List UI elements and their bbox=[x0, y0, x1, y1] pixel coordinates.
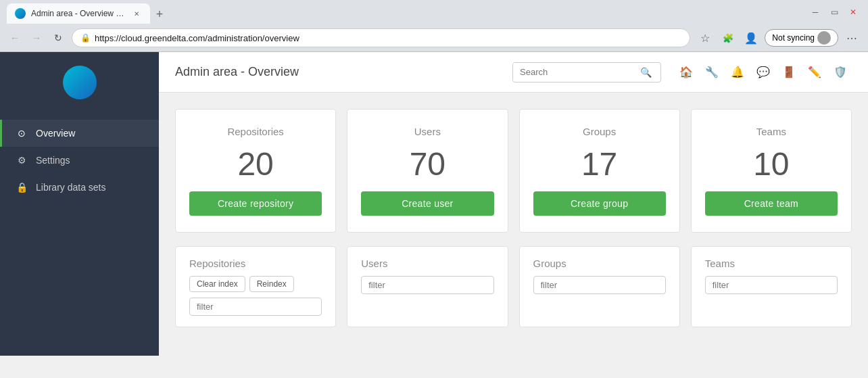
card-count-users: 70 bbox=[410, 148, 445, 181]
reload-button[interactable]: ↻ bbox=[50, 30, 66, 46]
signout-icon[interactable]: 🚪 bbox=[777, 61, 800, 84]
close-button[interactable]: ✕ bbox=[845, 4, 861, 20]
maximize-button[interactable]: ▭ bbox=[826, 4, 842, 20]
active-tab[interactable]: Admin area - Overview | LCA Co... ✕ bbox=[7, 3, 150, 24]
sidebar-logo bbox=[0, 52, 159, 113]
comment-icon[interactable]: 💬 bbox=[752, 61, 775, 84]
sidebar-item-label-settings: Settings bbox=[36, 155, 70, 166]
create-repository-button[interactable]: Create repository bbox=[189, 191, 322, 216]
toolbar-right: ☆ 🧩 👤 Not syncing ⋯ bbox=[696, 28, 861, 47]
bottom-card-teams: Teams bbox=[691, 246, 852, 327]
search-button[interactable]: 🔍 bbox=[635, 63, 657, 82]
create-group-button[interactable]: Create group bbox=[533, 191, 666, 216]
sidebar-nav: ⊙ Overview ⚙ Settings 🔒 Library data set… bbox=[0, 120, 159, 201]
create-user-button[interactable]: Create user bbox=[361, 191, 493, 216]
sidebar-item-settings[interactable]: ⚙ Settings bbox=[0, 147, 159, 174]
edit-icon[interactable]: ✏️ bbox=[803, 61, 826, 84]
teams-filter-input[interactable] bbox=[705, 276, 838, 294]
stats-cards: Repositories 20 Create repository Users … bbox=[175, 109, 852, 233]
main-content: Admin area - Overview 🔍 🏠 🔧 🔔 💬 🚪 ✏️ 🛡️ … bbox=[159, 52, 868, 356]
new-tab-button[interactable]: + bbox=[150, 5, 169, 24]
profile-avatar bbox=[817, 31, 831, 45]
clear-index-button[interactable]: Clear index bbox=[189, 276, 245, 292]
tab-close-button[interactable]: ✕ bbox=[131, 8, 142, 19]
header-icons: 🏠 🔧 🔔 💬 🚪 ✏️ 🛡️ bbox=[675, 61, 852, 84]
search-box: 🔍 bbox=[512, 62, 661, 82]
menu-button[interactable]: ⋯ bbox=[842, 28, 861, 47]
reindex-button[interactable]: Reindex bbox=[249, 276, 294, 292]
address-bar: ← → ↻ 🔒 https://cloud.greendelta.com/adm… bbox=[0, 24, 868, 51]
library-icon: 🔒 bbox=[16, 182, 28, 193]
card-teams: Teams 10 Create team bbox=[691, 109, 852, 233]
tab-title: Admin area - Overview | LCA Co... bbox=[31, 9, 126, 18]
bottom-card-repositories: Repositories Clear index Reindex bbox=[175, 246, 336, 327]
sidebar: ⊙ Overview ⚙ Settings 🔒 Library data set… bbox=[0, 52, 159, 356]
bottom-title-repositories: Repositories bbox=[189, 258, 322, 269]
main-header: Admin area - Overview 🔍 🏠 🔧 🔔 💬 🚪 ✏️ 🛡️ bbox=[159, 52, 868, 93]
minimize-button[interactable]: ─ bbox=[807, 4, 823, 20]
card-title-repositories: Repositories bbox=[227, 126, 283, 137]
back-button[interactable]: ← bbox=[7, 30, 23, 46]
window-controls: ─ ▭ ✕ bbox=[807, 4, 861, 20]
page-title: Admin area - Overview bbox=[175, 65, 499, 79]
forward-button[interactable]: → bbox=[28, 30, 45, 46]
title-bar: Admin area - Overview | LCA Co... ✕ + ─ … bbox=[0, 0, 868, 24]
lock-icon: 🔒 bbox=[80, 33, 91, 43]
search-input[interactable] bbox=[513, 63, 635, 81]
bottom-title-groups: Groups bbox=[533, 258, 666, 269]
card-title-teams: Teams bbox=[756, 126, 786, 137]
card-title-groups: Groups bbox=[583, 126, 616, 137]
bell-icon[interactable]: 🔔 bbox=[726, 61, 749, 84]
card-groups: Groups 17 Create group bbox=[519, 109, 680, 233]
repositories-filter-input[interactable] bbox=[189, 298, 322, 316]
sidebar-item-label-overview: Overview bbox=[36, 128, 75, 139]
overview-icon: ⊙ bbox=[16, 128, 28, 139]
address-field[interactable]: 🔒 https://cloud.greendelta.com/administr… bbox=[72, 28, 690, 47]
users-filter-input[interactable] bbox=[361, 276, 493, 294]
bottom-card-groups: Groups bbox=[519, 246, 680, 327]
app-logo bbox=[63, 66, 97, 99]
browser-chrome: Admin area - Overview | LCA Co... ✕ + ─ … bbox=[0, 0, 868, 52]
bottom-title-teams: Teams bbox=[705, 258, 838, 269]
sync-button[interactable]: Not syncing bbox=[765, 29, 838, 47]
home-icon[interactable]: 🏠 bbox=[675, 61, 698, 84]
card-users: Users 70 Create user bbox=[347, 109, 508, 233]
app-layout: ⊙ Overview ⚙ Settings 🔒 Library data set… bbox=[0, 52, 868, 356]
shield-icon[interactable]: 🛡️ bbox=[829, 61, 852, 84]
bottom-sections: Repositories Clear index Reindex Users G… bbox=[175, 246, 852, 327]
sidebar-item-library[interactable]: 🔒 Library data sets bbox=[0, 174, 159, 201]
not-syncing-label: Not syncing bbox=[772, 33, 815, 43]
settings-icon: ⚙ bbox=[16, 155, 28, 166]
create-team-button[interactable]: Create team bbox=[705, 191, 838, 216]
index-buttons: Clear index Reindex bbox=[189, 276, 322, 292]
sidebar-item-overview[interactable]: ⊙ Overview bbox=[0, 120, 159, 147]
sidebar-item-label-library: Library data sets bbox=[36, 182, 106, 193]
bottom-card-users: Users bbox=[347, 246, 508, 327]
card-count-groups: 17 bbox=[581, 148, 617, 181]
card-count-repositories: 20 bbox=[237, 148, 273, 181]
wrench-icon[interactable]: 🔧 bbox=[700, 61, 723, 84]
groups-filter-input[interactable] bbox=[533, 276, 666, 294]
url-text: https://cloud.greendelta.com/administrat… bbox=[95, 33, 299, 43]
tab-favicon bbox=[15, 8, 26, 19]
extensions-icon[interactable]: 🧩 bbox=[719, 28, 738, 47]
account-icon[interactable]: 👤 bbox=[742, 28, 761, 47]
card-count-teams: 10 bbox=[753, 148, 789, 181]
card-repositories: Repositories 20 Create repository bbox=[175, 109, 336, 233]
bottom-title-users: Users bbox=[361, 258, 493, 269]
bookmark-icon[interactable]: ☆ bbox=[696, 28, 715, 47]
tab-bar: Admin area - Overview | LCA Co... ✕ + bbox=[7, 1, 802, 24]
card-title-users: Users bbox=[414, 126, 441, 137]
dashboard: Repositories 20 Create repository Users … bbox=[159, 93, 868, 344]
